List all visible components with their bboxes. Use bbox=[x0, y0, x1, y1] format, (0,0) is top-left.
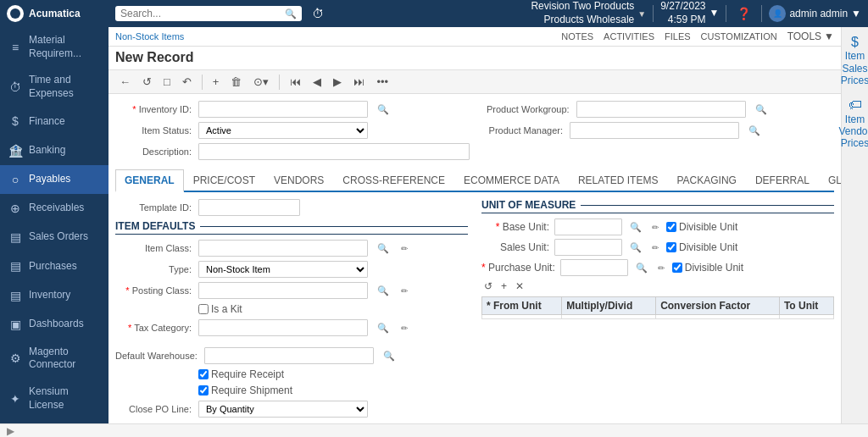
notes-link[interactable]: NOTES bbox=[561, 31, 593, 41]
base-unit-divisible-checkbox[interactable] bbox=[666, 222, 676, 232]
sidebar-item-magento[interactable]: ⚙ Magento Connector bbox=[0, 339, 108, 379]
uom-refresh-btn[interactable]: ↺ bbox=[481, 279, 495, 293]
sidebar-item-purchases[interactable]: ▤ Purchases bbox=[0, 252, 108, 280]
item-class-lookup[interactable]: 🔍 bbox=[375, 242, 392, 255]
tax-category-input[interactable] bbox=[198, 319, 368, 336]
refresh-button[interactable]: ↺ bbox=[138, 73, 156, 91]
product-workgroup-lookup[interactable]: 🔍 bbox=[753, 103, 770, 116]
base-unit-input[interactable] bbox=[554, 218, 622, 235]
sidebar-item-label: Finance bbox=[29, 115, 65, 129]
sidebar-item-payables[interactable]: ○ Payables bbox=[0, 165, 108, 194]
type-select[interactable]: Non-Stock Item bbox=[198, 261, 368, 278]
undo-button[interactable]: ↶ bbox=[178, 73, 196, 91]
sales-unit-divisible-label[interactable]: Divisible Unit bbox=[666, 241, 737, 253]
sales-unit-divisible-checkbox[interactable] bbox=[666, 242, 676, 252]
customization-link[interactable]: CUSTOMIZATION bbox=[701, 31, 777, 41]
sidebar-item-banking[interactable]: 🏦 Banking bbox=[0, 136, 108, 165]
help-button[interactable]: ❓ bbox=[733, 5, 754, 22]
tab-vendors[interactable]: VENDORS bbox=[264, 169, 333, 192]
sidebar-item-receivables[interactable]: ⊕ Receivables bbox=[0, 194, 108, 223]
tab-general[interactable]: GENERAL bbox=[115, 169, 184, 192]
template-id-input[interactable] bbox=[198, 199, 300, 216]
tab-pricecost[interactable]: PRICE/COST bbox=[184, 169, 264, 192]
search-input[interactable] bbox=[120, 8, 285, 19]
product-manager-input[interactable] bbox=[570, 122, 739, 139]
sidebar-item-dashboards[interactable]: ▣ Dashboards bbox=[0, 310, 108, 339]
purchase-unit-divisible-label[interactable]: Divisible Unit bbox=[672, 262, 743, 274]
require-receipt-checkbox[interactable] bbox=[198, 369, 209, 379]
purchase-unit-input[interactable] bbox=[560, 259, 628, 276]
sales-unit-lookup[interactable]: 🔍 bbox=[627, 241, 644, 254]
tab-deferral[interactable]: DEFERRAL bbox=[746, 169, 819, 192]
sales-unit-input[interactable] bbox=[554, 239, 622, 256]
sales-unit-edit[interactable]: ✏ bbox=[649, 242, 661, 253]
sidebar-item-kensium[interactable]: ✦ Kensium License bbox=[0, 379, 108, 418]
product-manager-lookup[interactable]: 🔍 bbox=[746, 124, 763, 137]
require-receipt-label[interactable]: Require Receipt bbox=[198, 368, 284, 380]
tab-ecommerce[interactable]: ECOMMERCE DATA bbox=[454, 169, 569, 192]
posting-class-edit[interactable]: ✏ bbox=[398, 285, 410, 296]
posting-class-lookup[interactable]: 🔍 bbox=[375, 285, 392, 297]
uom-delete-btn[interactable]: ✕ bbox=[513, 279, 526, 293]
uom-add-btn[interactable]: + bbox=[498, 279, 509, 293]
date-time[interactable]: 9/27/2023 4:59 PM ▼ bbox=[660, 0, 719, 26]
sidebar-item-finance[interactable]: $ Finance bbox=[0, 107, 108, 136]
action-button[interactable]: ⊙▾ bbox=[249, 73, 273, 91]
default-warehouse-lookup[interactable]: 🔍 bbox=[381, 350, 398, 362]
user-area[interactable]: 👤 admin admin ▼ bbox=[769, 5, 861, 22]
tab-related[interactable]: RELATED ITEMS bbox=[569, 169, 667, 192]
delete-button[interactable]: 🗑 bbox=[226, 73, 246, 91]
inventory-id-input[interactable] bbox=[198, 101, 368, 118]
logo-area[interactable]: Acumatica bbox=[7, 5, 108, 22]
purchase-unit-edit[interactable]: ✏ bbox=[655, 263, 667, 274]
close-po-line-select[interactable]: By Quantity bbox=[198, 401, 368, 418]
require-shipment-label[interactable]: Require Shipment bbox=[198, 384, 292, 396]
search-bar[interactable]: 🔍 bbox=[115, 6, 302, 21]
activities-link[interactable]: ACTIVITIES bbox=[604, 31, 654, 41]
purchase-unit-lookup[interactable]: 🔍 bbox=[633, 262, 650, 274]
uom-section-line bbox=[581, 205, 834, 206]
tab-crossref[interactable]: CROSS-REFERENCE bbox=[333, 169, 454, 192]
history-button[interactable]: ⏱ bbox=[309, 5, 327, 22]
last-button[interactable]: ⏭ bbox=[349, 73, 369, 91]
right-panel: $ Item Sales Prices 🏷 Item Vendor Prices bbox=[841, 27, 868, 423]
item-class-input[interactable] bbox=[198, 240, 368, 257]
copy-button[interactable]: □ bbox=[159, 73, 175, 91]
bottom-expand-icon[interactable]: ▶ bbox=[7, 425, 14, 437]
prev-button[interactable]: ◀ bbox=[309, 73, 326, 91]
tab-packaging[interactable]: PACKAGING bbox=[667, 169, 745, 192]
next-button[interactable]: ▶ bbox=[329, 73, 346, 91]
revision-info[interactable]: Revision Two Products Products Wholesale… bbox=[531, 0, 646, 26]
item-class-edit[interactable]: ✏ bbox=[398, 243, 410, 254]
base-unit-lookup[interactable]: 🔍 bbox=[627, 221, 644, 234]
require-shipment-checkbox[interactable] bbox=[198, 385, 209, 396]
files-link[interactable]: FILES bbox=[665, 31, 691, 41]
is-a-kit-label[interactable]: Is a Kit bbox=[198, 303, 242, 315]
base-unit-edit[interactable]: ✏ bbox=[649, 222, 661, 233]
sidebar-item-time[interactable]: ⏱ Time and Expenses bbox=[0, 67, 108, 107]
add-button[interactable]: + bbox=[209, 73, 224, 91]
base-unit-divisible-label[interactable]: Divisible Unit bbox=[666, 221, 737, 233]
is-a-kit-checkbox[interactable] bbox=[198, 304, 209, 314]
tools-link[interactable]: TOOLS ▼ bbox=[787, 30, 834, 42]
tab-glacc[interactable]: GL ACCOUNTS bbox=[819, 169, 841, 192]
breadcrumb[interactable]: Non-Stock Items bbox=[115, 31, 184, 41]
more-button[interactable]: ••• bbox=[372, 73, 392, 91]
back-button[interactable]: ← bbox=[115, 73, 135, 91]
posting-class-label: Posting Class: bbox=[115, 285, 192, 296]
description-input[interactable] bbox=[198, 143, 470, 160]
sidebar-item-material[interactable]: ≡ Material Requirem... bbox=[0, 27, 108, 67]
default-warehouse-input[interactable] bbox=[204, 347, 374, 364]
sidebar-item-inventory[interactable]: ▤ Inventory bbox=[0, 281, 108, 310]
inventory-id-lookup[interactable]: 🔍 bbox=[375, 103, 392, 116]
posting-class-input[interactable] bbox=[198, 282, 368, 299]
item-status-select[interactable]: Active bbox=[198, 122, 368, 139]
purchase-unit-divisible-checkbox[interactable] bbox=[672, 263, 682, 273]
item-vendor-prices-button[interactable]: 🏷 Item Vendor Prices bbox=[837, 93, 868, 152]
tax-category-edit[interactable]: ✏ bbox=[398, 323, 410, 334]
first-button[interactable]: ⏮ bbox=[286, 73, 305, 91]
item-sales-prices-button[interactable]: $ Item Sales Prices bbox=[839, 30, 868, 90]
product-workgroup-input[interactable] bbox=[576, 101, 746, 118]
sidebar-item-salesorders[interactable]: ▤ Sales Orders bbox=[0, 223, 108, 252]
tax-category-lookup[interactable]: 🔍 bbox=[375, 322, 392, 335]
